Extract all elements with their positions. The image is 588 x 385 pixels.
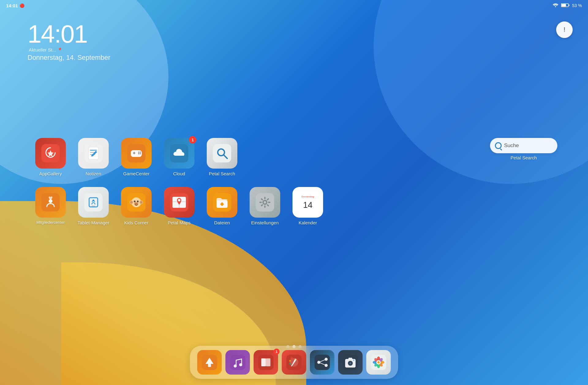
app-dateien[interactable]: Dateien xyxy=(202,187,242,225)
app-grid-row1: AppGallery Notizen xyxy=(24,138,564,176)
clock-location-text: Aktueller St... xyxy=(29,47,56,52)
dock-git-icon xyxy=(197,350,222,375)
kalender-icon: Donnerstag 14 xyxy=(292,187,323,218)
notizen-icon-wrap xyxy=(78,138,109,169)
app-notizen[interactable]: Notizen xyxy=(74,138,113,176)
dock-share[interactable] xyxy=(310,350,334,375)
dock-books-wrap: 1 xyxy=(254,350,278,375)
status-left: 14:01 🔴 xyxy=(6,3,24,8)
search-bar[interactable]: Suche xyxy=(490,138,557,153)
svg-rect-18 xyxy=(213,144,231,162)
app-tablet-manager[interactable]: Tablet-Manager xyxy=(74,187,113,225)
svg-line-53 xyxy=(262,199,262,200)
kalender-icon-wrap: Donnerstag 14 xyxy=(292,187,323,218)
svg-point-75 xyxy=(295,359,296,360)
battery-icon xyxy=(561,3,570,8)
svg-point-23 xyxy=(92,200,94,201)
appgallery-icon-wrap xyxy=(35,138,66,169)
search-widget-label: Petal Search xyxy=(511,155,537,160)
svg-rect-79 xyxy=(315,355,330,370)
app-kalender[interactable]: Donnerstag 14 Kalender xyxy=(288,187,328,225)
petalsearch-label: Petal Search xyxy=(209,171,235,176)
svg-rect-12 xyxy=(134,152,135,154)
einstellungen-icon-wrap xyxy=(250,187,280,218)
dock-camera[interactable] xyxy=(338,350,363,375)
svg-point-34 xyxy=(134,202,138,205)
app-appgallery[interactable]: AppGallery xyxy=(31,138,70,176)
gamecenter-icon xyxy=(121,138,152,169)
svg-point-32 xyxy=(135,201,135,201)
battery-percent: 53 % xyxy=(572,3,582,8)
dock-painter[interactable] xyxy=(282,350,306,375)
kidscorner-label: Kids Corner xyxy=(124,220,148,225)
mitgliedercenter-label: Mitgliedercenter xyxy=(36,220,65,225)
svg-rect-65 xyxy=(208,363,211,367)
dock-camera-icon xyxy=(338,350,363,375)
status-alert-icon: 🔴 xyxy=(20,3,24,8)
app-petalmaps[interactable]: Petal Maps xyxy=(159,187,199,225)
status-right: 53 % xyxy=(552,3,582,9)
dock-git[interactable] xyxy=(197,350,222,375)
svg-point-100 xyxy=(377,361,380,364)
svg-line-56 xyxy=(262,205,262,206)
search-bar-icon xyxy=(495,142,502,149)
clock-location: Aktueller St... 📍 xyxy=(29,47,110,52)
svg-point-27 xyxy=(130,201,133,204)
app-petalsearch[interactable]: Petal Search xyxy=(202,138,242,176)
tablet-manager-icon xyxy=(78,187,109,218)
svg-point-76 xyxy=(291,357,293,360)
cloud-label: Cloud xyxy=(173,171,185,176)
svg-point-41 xyxy=(178,199,180,201)
svg-point-33 xyxy=(138,201,138,201)
svg-point-16 xyxy=(140,152,141,153)
app-gamecenter[interactable]: GameCenter xyxy=(116,138,156,176)
svg-point-30 xyxy=(134,200,136,202)
petalmaps-label: Petal Maps xyxy=(168,220,190,225)
svg-point-35 xyxy=(135,204,136,204)
gamecenter-icon-wrap xyxy=(121,138,152,169)
svg-rect-70 xyxy=(261,358,266,366)
dock-petal-flower[interactable] xyxy=(366,350,391,375)
app-einstellungen[interactable]: Einstellungen xyxy=(245,187,285,225)
app-cloud[interactable]: 1 Cloud xyxy=(159,138,199,176)
dateien-label: Dateien xyxy=(214,220,230,225)
dock-music-icon xyxy=(225,350,250,375)
gamecenter-label: GameCenter xyxy=(123,171,149,176)
clock-widget: 14:01 Aktueller St... 📍 Donnerstag, 14. … xyxy=(28,21,110,62)
dateien-icon xyxy=(207,187,237,218)
svg-point-88 xyxy=(349,362,351,364)
petalsearch-icon-wrap xyxy=(207,138,237,169)
appgallery-icon xyxy=(35,138,66,169)
svg-point-36 xyxy=(137,204,138,204)
petalmaps-icon-wrap xyxy=(164,187,194,218)
svg-point-78 xyxy=(289,363,291,365)
notification-icon: ! xyxy=(564,26,565,34)
dock-music[interactable] xyxy=(225,350,250,375)
einstellungen-label: Einstellungen xyxy=(251,220,279,225)
clock-date: Donnerstag, 14. September xyxy=(28,54,110,62)
svg-text:14: 14 xyxy=(303,200,312,210)
svg-point-31 xyxy=(137,200,139,202)
petalsearch-icon xyxy=(207,138,237,169)
dock-painter-icon xyxy=(282,350,306,375)
dock-books-badge: 1 xyxy=(273,349,280,355)
location-pin-icon: 📍 xyxy=(57,48,62,52)
app-mitgliedercenter[interactable]: Mitgliedercenter xyxy=(31,187,70,225)
dateien-icon-wrap xyxy=(207,187,237,218)
dock-share-icon xyxy=(310,350,334,375)
svg-point-68 xyxy=(239,363,242,366)
cloud-badge: 1 xyxy=(189,136,196,143)
svg-rect-66 xyxy=(230,355,245,370)
app-kidscorner[interactable]: Kids Corner xyxy=(116,187,156,225)
notification-bubble[interactable]: ! xyxy=(556,21,573,38)
svg-point-77 xyxy=(289,360,291,362)
svg-rect-2 xyxy=(561,4,566,6)
cloud-icon-wrap: 1 xyxy=(164,138,194,169)
dock-books[interactable]: 1 xyxy=(254,350,278,375)
svg-rect-1 xyxy=(569,4,570,6)
svg-text:Donnerstag: Donnerstag xyxy=(301,195,314,198)
svg-point-15 xyxy=(138,153,139,154)
petal-search-widget[interactable]: Suche Petal Search xyxy=(490,138,557,160)
kalender-label: Kalender xyxy=(299,220,317,225)
svg-point-48 xyxy=(264,201,266,204)
